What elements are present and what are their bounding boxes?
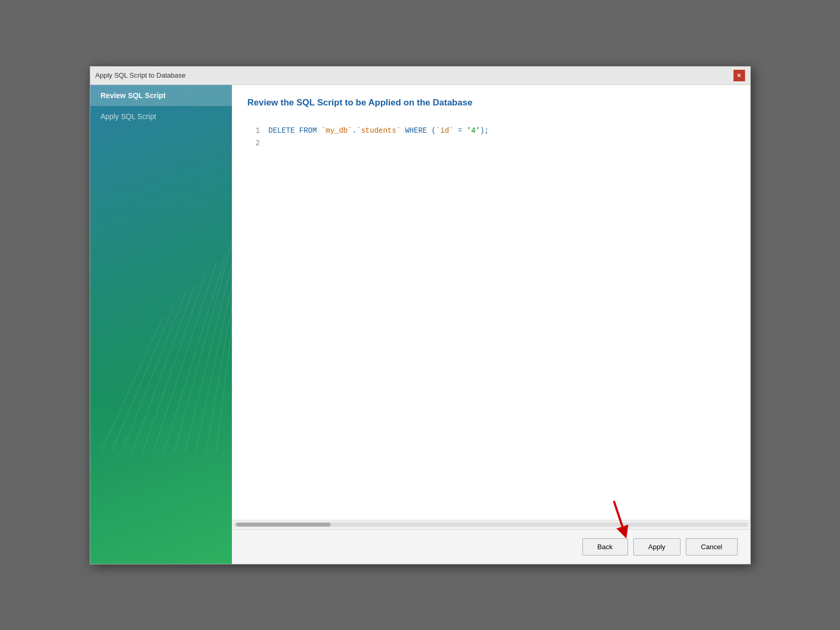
- scrollbar-track: [234, 522, 748, 527]
- code-content-2: [269, 137, 273, 149]
- title-bar: Apply SQL Script to Database ×: [90, 67, 750, 85]
- kw-col: `id`: [436, 126, 454, 135]
- code-line-2: 2: [248, 137, 735, 149]
- svg-line-5: [174, 242, 232, 452]
- svg-line-3: [153, 263, 216, 452]
- horizontal-scrollbar[interactable]: [232, 520, 750, 529]
- svg-line-0: [122, 295, 185, 452]
- main-header: Review the SQL Script to be Applied on t…: [232, 85, 750, 116]
- dialog-footer: Back Apply Cancel: [232, 529, 750, 564]
- kw-val: '4': [467, 126, 480, 135]
- line-number-1: 1: [248, 125, 269, 136]
- code-line-1: 1 DELETE FROM `my_db`.`students` WHERE (…: [248, 125, 735, 136]
- cancel-button[interactable]: Cancel: [686, 538, 737, 556]
- back-button[interactable]: Back: [582, 538, 628, 556]
- kw-delete: DELETE FROM: [269, 126, 322, 135]
- kw-db: `my_db`: [321, 126, 352, 135]
- dialog-window: Apply SQL Script to Database ×: [90, 66, 751, 564]
- sidebar-decoration: [90, 85, 232, 452]
- kw-eq: =: [453, 126, 466, 135]
- svg-line-10: [111, 305, 174, 452]
- svg-line-12: [614, 501, 624, 532]
- close-button[interactable]: ×: [733, 70, 745, 81]
- kw-table: `students`: [357, 126, 401, 135]
- line-number-2: 2: [248, 137, 269, 149]
- arrow-hint: [603, 498, 635, 540]
- main-heading: Review the SQL Script to be Applied on t…: [248, 98, 735, 108]
- kw-where: WHERE (: [401, 126, 436, 135]
- apply-button[interactable]: Apply: [633, 538, 681, 556]
- scrollbar-thumb[interactable]: [236, 522, 331, 527]
- window-title: Apply SQL Script to Database: [95, 71, 186, 79]
- code-content-1: DELETE FROM `my_db`.`students` WHERE (`i…: [269, 125, 489, 136]
- svg-line-11: [101, 316, 164, 452]
- svg-line-6: [185, 263, 232, 452]
- svg-line-2: [143, 274, 206, 452]
- sidebar: Review SQL Script Apply SQL Script: [90, 85, 232, 564]
- dialog-body: Review SQL Script Apply SQL Script Revie…: [90, 85, 750, 564]
- kw-dot: .: [352, 126, 356, 135]
- svg-line-1: [132, 284, 195, 452]
- main-content: Review the SQL Script to be Applied on t…: [232, 85, 750, 564]
- sql-code-area: 1 DELETE FROM `my_db`.`students` WHERE (…: [232, 116, 750, 520]
- kw-end: );: [480, 126, 489, 135]
